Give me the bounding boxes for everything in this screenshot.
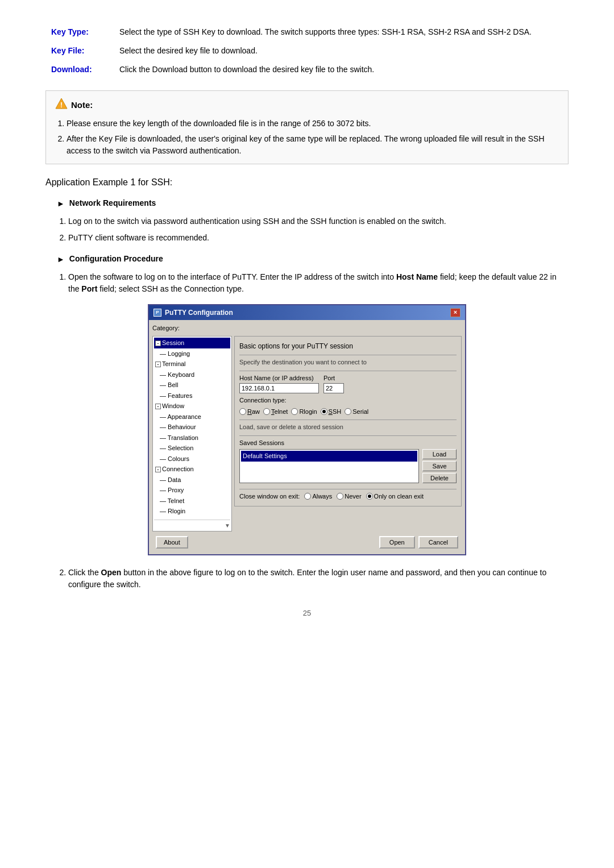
port-field-group: Port xyxy=(323,373,344,394)
load-button[interactable]: Load xyxy=(422,449,457,459)
about-button[interactable]: About xyxy=(156,536,188,549)
network-req-item-2: PuTTY client software is recommended. xyxy=(68,232,569,244)
radio-ssh-button[interactable] xyxy=(321,408,327,415)
radio-telnet-button[interactable] xyxy=(263,408,270,415)
tree-item-colours[interactable]: — Colours xyxy=(154,454,230,464)
tree-item-keyboard[interactable]: — Keyboard xyxy=(154,369,230,380)
radio-raw-button[interactable] xyxy=(239,408,246,415)
divider-4 xyxy=(239,435,457,436)
radio-close-never[interactable] xyxy=(337,493,343,500)
radio-serial[interactable]: Serial xyxy=(345,407,368,417)
connection-type-label: Connection type: xyxy=(239,396,457,405)
close-exit-label: Close window on exit: xyxy=(239,492,300,501)
putty-titlebar: P PuTTY Configuration × xyxy=(149,305,465,320)
tree-minus-connection: - xyxy=(155,467,161,472)
putty-title: PuTTY Configuration xyxy=(165,308,233,318)
tree-item-behaviour[interactable]: — Behaviour xyxy=(154,422,230,433)
tree-item-logging[interactable]: — Logging xyxy=(154,348,230,359)
radio-serial-label: Serial xyxy=(352,407,368,417)
close-always[interactable]: Always xyxy=(304,492,332,501)
tree-minus-terminal: - xyxy=(155,362,161,367)
sessions-row: Default Settings Load Save Delete xyxy=(239,449,457,485)
close-never-label: Never xyxy=(345,492,361,501)
putty-titlebar-left: P PuTTY Configuration xyxy=(154,308,233,318)
table-row-key-file: Key File: Select the desired key file to… xyxy=(45,41,569,60)
divider-2 xyxy=(239,371,457,371)
putty-window: P PuTTY Configuration × Category: -Sessi… xyxy=(148,304,466,556)
close-never[interactable]: Never xyxy=(337,492,361,501)
putty-close-button[interactable]: × xyxy=(450,308,460,317)
radio-rlogin-button[interactable] xyxy=(291,408,298,415)
category-label: Category: xyxy=(152,323,462,333)
key-file-label: Key File: xyxy=(45,41,114,60)
radio-close-always[interactable] xyxy=(304,493,311,500)
default-settings-item[interactable]: Default Settings xyxy=(241,451,417,462)
tree-item-features[interactable]: — Features xyxy=(154,391,230,401)
open-button[interactable]: Open xyxy=(379,536,415,549)
putty-category-tree[interactable]: -Session — Logging -Terminal — Keyboard … xyxy=(152,336,232,531)
svg-text:!: ! xyxy=(60,101,63,109)
tree-item-session[interactable]: -Session xyxy=(154,338,230,348)
putty-content: -Session — Logging -Terminal — Keyboard … xyxy=(152,336,462,531)
connection-type-radio-group: Raw Telnet Rlogin SSH xyxy=(239,407,457,417)
port-bold: Port xyxy=(81,284,97,293)
key-type-label: Key Type: xyxy=(45,23,114,41)
radio-ssh-label: SSH xyxy=(329,407,342,417)
close-clean-label: Only on clean exit xyxy=(374,492,424,501)
tree-minus-window: - xyxy=(155,404,161,409)
config-step-1: Open the software to log on to the inter… xyxy=(68,271,569,295)
page-number: 25 xyxy=(45,608,569,619)
close-exit-row: Close window on exit: Always Never Only … xyxy=(239,492,457,501)
host-input[interactable] xyxy=(239,383,319,393)
tree-item-appearance[interactable]: — Appearance xyxy=(154,412,230,422)
tree-item-translation[interactable]: — Translation xyxy=(154,433,230,443)
tree-item-window[interactable]: -Window xyxy=(154,401,230,412)
sessions-subtitle: Load, save or delete a stored session xyxy=(239,422,457,432)
radio-serial-button[interactable] xyxy=(345,408,351,415)
host-port-row: Host Name (or IP address) Port xyxy=(239,373,457,394)
divider-5 xyxy=(239,489,457,489)
radio-ssh[interactable]: SSH xyxy=(321,407,342,417)
close-clean[interactable]: Only on clean exit xyxy=(366,492,424,501)
config-step-2: Click the Open button in the above figur… xyxy=(68,567,569,591)
tree-item-terminal[interactable]: -Terminal xyxy=(154,359,230,369)
tree-item-selection[interactable]: — Selection xyxy=(154,443,230,454)
cancel-button[interactable]: Cancel xyxy=(418,536,458,549)
putty-panel-title: Basic options for your PuTTY session xyxy=(239,341,457,351)
network-requirements-heading: ► Network Requirements xyxy=(57,197,569,210)
tree-item-proxy[interactable]: — Proxy xyxy=(154,485,230,496)
putty-right-panel: Basic options for your PuTTY session Spe… xyxy=(234,336,462,531)
network-requirements-label: Network Requirements xyxy=(69,197,156,209)
arrow-icon-2: ► xyxy=(57,254,65,265)
section-heading: Application Example 1 for SSH: xyxy=(45,176,569,189)
note-item-1: Please ensure the key length of the down… xyxy=(67,118,559,130)
tree-item-ssh[interactable]: -SSH xyxy=(154,517,230,520)
table-row-key-type: Key Type: Select the type of SSH Key to … xyxy=(45,23,569,41)
port-input[interactable] xyxy=(323,383,344,393)
config-procedure-label: Configuration Procedure xyxy=(69,253,163,265)
tree-item-telnet[interactable]: — Telnet xyxy=(154,496,230,506)
tree-item-rlogin[interactable]: — Rlogin xyxy=(154,506,230,517)
radio-rlogin[interactable]: Rlogin xyxy=(291,407,317,417)
radio-telnet[interactable]: Telnet xyxy=(263,407,288,417)
divider-3 xyxy=(239,420,457,420)
tree-minus-session: - xyxy=(155,340,161,346)
close-always-label: Always xyxy=(312,492,332,501)
open-bold: Open xyxy=(101,568,122,577)
tree-item-bell[interactable]: — Bell xyxy=(154,380,230,391)
destination-subtitle: Specify the destination you want to conn… xyxy=(239,358,457,367)
radio-close-clean[interactable] xyxy=(366,493,373,500)
radio-raw[interactable]: Raw xyxy=(239,407,260,417)
tree-item-data[interactable]: — Data xyxy=(154,475,230,485)
putty-options-panel: Basic options for your PuTTY session Spe… xyxy=(234,336,462,506)
host-field-label: Host Name (or IP address) xyxy=(239,373,319,383)
delete-button[interactable]: Delete xyxy=(422,473,457,483)
sessions-list[interactable]: Default Settings xyxy=(239,449,419,483)
note-header: ! Note: xyxy=(55,98,559,113)
sessions-btn-row: Load Save Delete xyxy=(422,449,457,483)
host-name-bold: Host Name xyxy=(396,272,438,281)
tree-scroll: -Session — Logging -Terminal — Keyboard … xyxy=(154,338,230,520)
tree-scroll-indicator: ▼ xyxy=(154,520,230,530)
tree-item-connection[interactable]: -Connection xyxy=(154,464,230,475)
save-button[interactable]: Save xyxy=(422,461,457,471)
